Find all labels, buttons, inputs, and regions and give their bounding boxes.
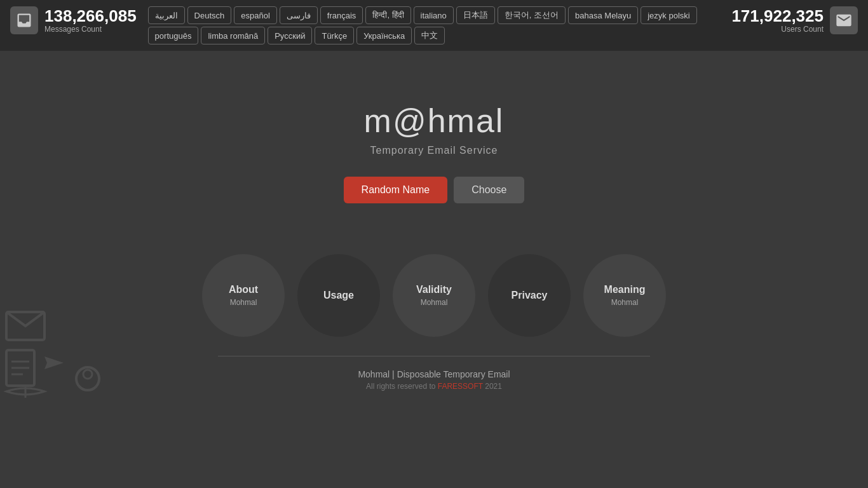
lang-button[interactable]: français — [320, 6, 363, 24]
svg-marker-5 — [44, 356, 64, 369]
lang-button[interactable]: Українська — [356, 27, 412, 44]
footer-copyright: All rights reserved to FARESSOFT 2021 — [366, 382, 502, 391]
lang-button[interactable]: Türkçe — [315, 27, 354, 44]
footer-year: 2021 — [483, 382, 502, 391]
lang-button[interactable]: Deutsch — [187, 6, 232, 24]
circle-label: Usage — [323, 290, 354, 301]
lang-button[interactable]: العربية — [148, 6, 185, 24]
inbox-icon — [10, 6, 38, 34]
header: 138,266,085 Messages Count العربيةDeutsc… — [0, 0, 868, 51]
circle-label: Meaning — [604, 284, 646, 295]
lang-row-2: portuguêslimba românăРусскийTürkçeУкраїн… — [148, 27, 721, 44]
svg-rect-0 — [6, 312, 44, 340]
header-right: 171,922,325 Users Count — [731, 6, 858, 34]
action-buttons: Random Name Choose — [344, 177, 525, 203]
lang-button[interactable]: español — [234, 6, 277, 24]
svg-point-7 — [83, 370, 92, 379]
lang-button[interactable]: Русский — [268, 27, 312, 44]
brand-title: m@hmal — [364, 102, 505, 140]
tagline: Temporary Email Service — [370, 145, 498, 156]
bottom-section: AboutMohmalUsageValidityMohmalPrivacyMea… — [202, 254, 666, 391]
circle-sub: Mohmal — [611, 298, 639, 307]
messages-count-label: Messages Count — [44, 25, 137, 34]
lang-button[interactable]: limba română — [201, 27, 265, 44]
language-rows: العربيةDeutschespañolفارسیfrançaisहिन्दी… — [148, 6, 721, 44]
circle-item-about[interactable]: AboutMohmal — [202, 254, 285, 337]
circle-item-meaning[interactable]: MeaningMohmal — [583, 254, 666, 337]
lang-button[interactable]: jezyk polski — [641, 6, 696, 24]
users-count-label: Users Count — [781, 25, 824, 34]
circle-sub: Mohmal — [230, 298, 257, 307]
circles-row: AboutMohmalUsageValidityMohmalPrivacyMea… — [202, 254, 666, 337]
circle-item-validity[interactable]: ValidityMohmal — [393, 254, 475, 337]
circle-sub: Mohmal — [421, 298, 448, 307]
main-content: m@hmal Temporary Email Service Random Na… — [0, 51, 868, 416]
messages-count-block: 138,266,085 Messages Count — [44, 7, 137, 34]
lang-button[interactable]: 한국어, 조선어 — [498, 6, 566, 24]
lang-row-1: العربيةDeutschespañolفارسیfrançaisहिन्दी… — [148, 6, 721, 24]
circle-label: Privacy — [512, 290, 548, 301]
lang-button[interactable]: हिन्दी, हिंदी — [365, 6, 410, 24]
footer-brand: FARESSOFT — [438, 382, 483, 391]
messages-count-number: 138,266,085 — [44, 7, 137, 25]
circle-item-privacy[interactable]: Privacy — [488, 254, 571, 337]
divider — [218, 356, 650, 356]
lang-button[interactable]: 日本語 — [456, 6, 495, 24]
footer-copy-text: All rights reserved to — [366, 382, 438, 391]
users-count-block: 171,922,325 Users Count — [731, 7, 824, 34]
circle-label: Validity — [416, 284, 452, 295]
random-name-button[interactable]: Random Name — [344, 177, 448, 203]
lang-button[interactable]: português — [148, 27, 199, 44]
circle-label: About — [229, 284, 258, 295]
lang-button[interactable]: italiano — [414, 6, 454, 24]
footer-title: Mohmal | Disposable Temporary Email — [358, 369, 510, 379]
circle-item-usage[interactable]: Usage — [297, 254, 380, 337]
svg-point-6 — [76, 367, 99, 390]
header-left: 138,266,085 Messages Count — [10, 6, 137, 34]
mail-icon — [830, 6, 858, 34]
choose-button[interactable]: Choose — [454, 177, 524, 203]
lang-button[interactable]: 中文 — [414, 27, 445, 44]
bg-decorative-icons — [0, 274, 127, 416]
lang-button[interactable]: bahasa Melayu — [568, 6, 638, 24]
svg-rect-1 — [6, 350, 34, 386]
lang-button[interactable]: فارسی — [280, 6, 318, 24]
users-count-number: 171,922,325 — [731, 7, 824, 25]
